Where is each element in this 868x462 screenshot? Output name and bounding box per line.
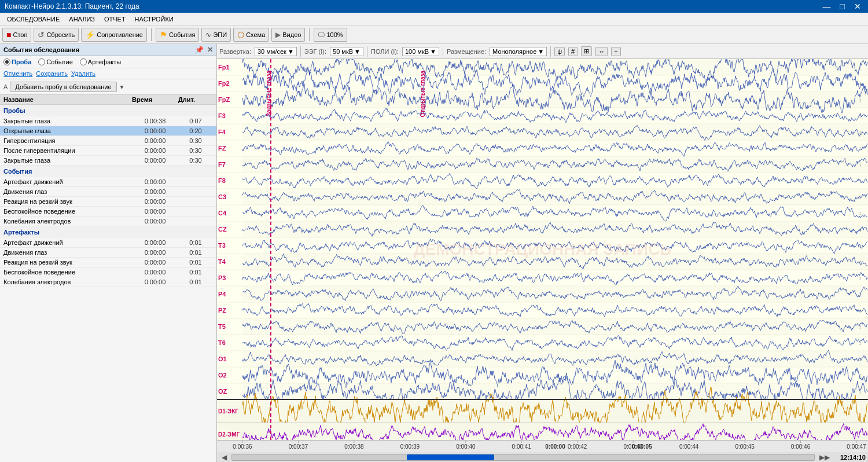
add-probe-area: А Добавить пробу в обследование ▼ <box>0 79 216 95</box>
add-prefix: А <box>3 83 8 90</box>
scroll-track <box>231 454 815 461</box>
sweep-select[interactable]: 30 мм/сек ▼ <box>255 47 297 56</box>
toolbar-sep-4 <box>550 46 551 57</box>
expand-btn[interactable]: ⊞ <box>581 46 592 56</box>
waveform-btn[interactable]: ψ <box>554 47 565 56</box>
poly-label: ПОЛИ (I): <box>371 48 399 55</box>
scroll-left-button[interactable]: ◀ <box>219 453 229 461</box>
list-item[interactable]: Закрытые глаза 0:00:00 0:30 <box>0 156 216 166</box>
toolbar-sep-1 <box>300 46 301 57</box>
eeg-waveform-canvas[interactable] <box>217 59 868 440</box>
poly-dropdown-icon: ▼ <box>430 48 436 55</box>
left-panel: События обследования 📌 ✕ Проба Событие А… <box>0 44 217 462</box>
eeg-value: 50 мкВ <box>333 48 353 55</box>
menu-otchet[interactable]: ОТЧЕТ <box>100 14 130 24</box>
menu-bar: ОБСЛЕДОВАНИЕ АНАЛИЗ ОТЧЕТ НАСТРОЙКИ <box>0 13 868 25</box>
tab-sobytie[interactable]: Событие <box>38 58 73 65</box>
delete-link[interactable]: Удалить <box>71 70 95 77</box>
panel-header: События обследования 📌 ✕ <box>0 44 216 56</box>
stop-icon: ■ <box>6 30 11 39</box>
eeg-channels-area: Закрытые глаза Открытые глаза ДЕМОНСТРАЦ… <box>217 59 868 440</box>
menu-obsledovanie[interactable]: ОБСЛЕДОВАНИЕ <box>2 14 64 24</box>
list-item[interactable]: Реакция на резкий звук 0:00:00 0:01 <box>0 258 216 267</box>
list-item[interactable]: Колебания электродов 0:00:00 0:01 <box>0 277 216 287</box>
list-item[interactable]: После гипервентиляции 0:00:00 0:30 <box>0 146 216 156</box>
scroll-thumb[interactable] <box>407 454 494 460</box>
events-icon: ⚑ <box>160 30 167 39</box>
events-label: События <box>169 31 195 38</box>
toolbar-sep-3 <box>443 46 443 57</box>
sweep-dropdown-icon: ▼ <box>288 48 294 55</box>
pin-button[interactable]: 📌 <box>195 46 204 54</box>
resistance-icon: ⚡ <box>85 30 95 39</box>
menu-analiz[interactable]: АНАЛИЗ <box>64 14 100 24</box>
cursor-line <box>270 59 271 440</box>
col-dur-header: Длит. <box>178 96 213 103</box>
leftright-btn[interactable]: ↔ <box>595 47 608 56</box>
panel-toolbar: Отменить Сохранить Удалить <box>0 68 216 79</box>
proba-label: Проба <box>12 58 31 65</box>
eeg-dropdown-icon: ▼ <box>354 48 361 55</box>
panel-close-button[interactable]: ✕ <box>207 46 213 54</box>
resistance-button[interactable]: ⚡ Сопротивление <box>81 28 147 42</box>
placement-select[interactable]: Монополярное ▼ <box>490 47 547 56</box>
events-button[interactable]: ⚑ События <box>156 28 199 42</box>
epi-button[interactable]: ∿ ЭПИ <box>201 28 231 42</box>
list-item[interactable]: Движения глаз 0:00:00 <box>0 187 216 197</box>
window-controls: — □ ✕ <box>821 2 863 11</box>
reset-icon: ↺ <box>38 30 45 39</box>
poly-value: 100 мкВ <box>405 48 429 55</box>
video-icon: ▶ <box>275 31 281 39</box>
minimize-button[interactable]: — <box>821 2 833 11</box>
section-proby: Пробы Закрытые глаза 0:00:38 0:07 Открыт… <box>0 105 216 166</box>
panel-tabs: Проба Событие Артефакты <box>0 56 216 68</box>
sobytie-radio <box>38 58 45 65</box>
tab-proba[interactable]: Проба <box>3 58 31 65</box>
list-item[interactable]: Артефакт движений 0:00:00 <box>0 177 216 187</box>
maximize-button[interactable]: □ <box>838 2 847 11</box>
plus-btn[interactable]: + <box>611 47 620 56</box>
panel-title: События обследования <box>3 46 79 53</box>
list-item[interactable]: Реакция на резкий звук 0:00:00 <box>0 197 216 207</box>
list-item[interactable]: Артефакт движений 0:00:00 0:01 <box>0 238 216 248</box>
sobytie-label: Событие <box>46 58 73 65</box>
epi-wave-icon: ∿ <box>205 31 211 39</box>
cancel-link[interactable]: Отменить <box>3 70 32 77</box>
section-sobytia-header: События <box>0 166 216 177</box>
menu-nastrojki[interactable]: НАСТРОЙКИ <box>130 14 178 24</box>
scroll-right-btn[interactable]: ▶▶ <box>817 453 832 461</box>
toolbar-separator-2 <box>309 28 310 41</box>
eeg-select[interactable]: 50 мкВ ▼ <box>330 47 363 56</box>
events-table: Название Время Длит. Пробы Закрытые глаз… <box>0 95 216 462</box>
placement-value: Монополярное <box>492 48 536 55</box>
save-link[interactable]: Сохранить <box>36 70 68 77</box>
reset-label: Сбросить <box>46 31 75 38</box>
reset-button[interactable]: ↺ Сбросить <box>34 28 79 42</box>
list-item[interactable]: Открытые глаза 0:00:00 0:20 <box>0 126 216 136</box>
schema-button[interactable]: ⬡ Схема <box>233 28 269 42</box>
title-bar: Компакт-Нейро 2.1.3.13: Пациент, 22 года… <box>0 0 868 13</box>
grid-btn[interactable]: # <box>568 47 578 56</box>
video-button[interactable]: ▶ Видео <box>271 28 305 42</box>
close-button[interactable]: ✕ <box>852 2 863 11</box>
add-probe-dropdown[interactable]: ▼ <box>119 84 125 90</box>
zoom-button[interactable]: 🖵 100% <box>314 28 347 42</box>
table-header: Название Время Длит. <box>0 95 216 105</box>
placement-label: Размещение: <box>447 48 486 55</box>
list-item[interactable]: Беспокойное поведение 0:00:00 0:01 <box>0 267 216 277</box>
proba-radio <box>3 58 10 65</box>
video-label: Видео <box>282 31 301 38</box>
tab-artefakty[interactable]: Артефакты <box>80 58 121 65</box>
poly-select[interactable]: 100 мкВ ▼ <box>402 47 439 56</box>
list-item[interactable]: Движения глаз 0:00:00 0:01 <box>0 248 216 258</box>
schema-label: Схема <box>246 31 265 38</box>
eeg-scrollbar: ◀ ▶▶ 12:14:10 <box>217 452 868 462</box>
section-artefakty: Артефакты Артефакт движений 0:00:00 0:01… <box>0 226 216 287</box>
list-item[interactable]: Беспокойное поведение 0:00:00 <box>0 207 216 217</box>
stop-button[interactable]: ■ Стоп <box>2 28 31 42</box>
add-probe-button[interactable]: Добавить пробу в обследование <box>10 82 116 92</box>
list-item[interactable]: Колебания электродов 0:00:00 <box>0 217 216 226</box>
list-item[interactable]: Закрытые глаза 0:00:38 0:07 <box>0 116 216 126</box>
list-item[interactable]: Гипервентиляция 0:00:00 0:30 <box>0 136 216 146</box>
schema-icon: ⬡ <box>237 30 244 39</box>
